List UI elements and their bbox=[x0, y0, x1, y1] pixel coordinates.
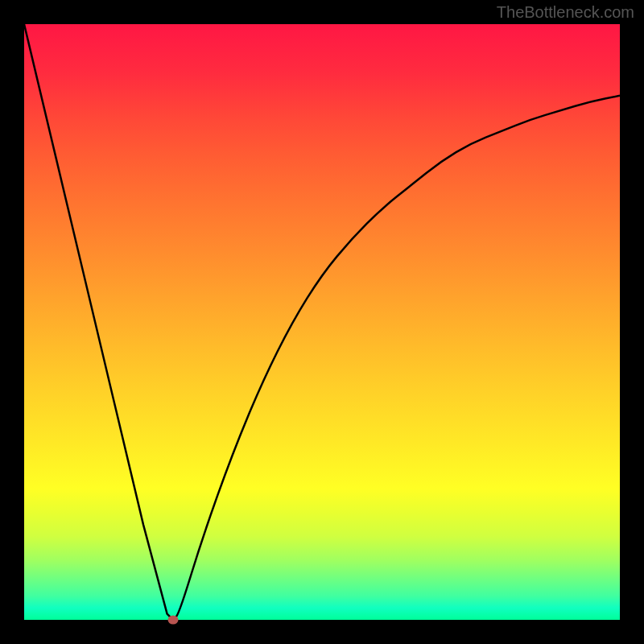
optimal-point-marker bbox=[168, 616, 179, 625]
watermark-text: TheBottleneck.com bbox=[497, 3, 634, 22]
bottleneck-curve-path bbox=[24, 24, 620, 620]
chart-area bbox=[24, 24, 620, 620]
curve-svg bbox=[24, 24, 620, 620]
